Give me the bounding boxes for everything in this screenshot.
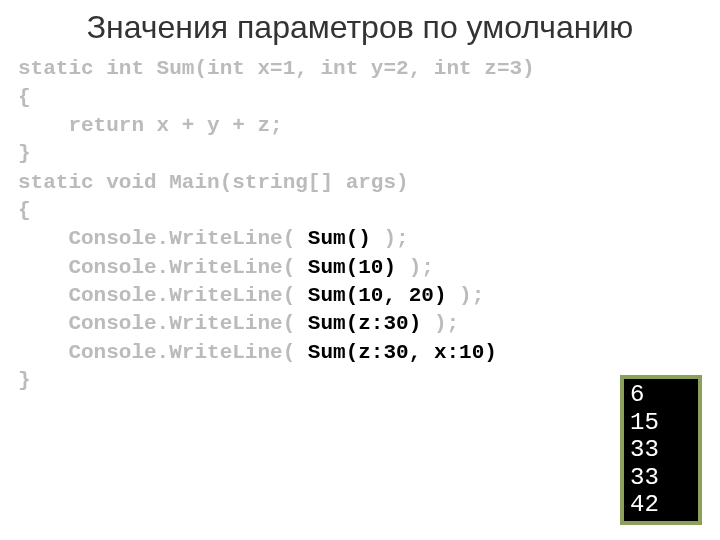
slide-title: Значения параметров по умолчанию (0, 0, 720, 55)
output-value-4: 33 (630, 464, 696, 492)
code-line-10-post: ); (421, 312, 459, 335)
code-line-9-post: ); (446, 284, 484, 307)
output-value-2: 15 (630, 409, 696, 437)
code-line-3: return x + y + z; (18, 114, 283, 137)
code-line-7-post: ); (371, 227, 409, 250)
console-output: 6 15 33 33 42 (620, 375, 702, 525)
output-value-3: 33 (630, 436, 696, 464)
code-line-11-pre: Console.WriteLine( (18, 341, 308, 364)
code-line-12: } (18, 369, 31, 392)
code-line-5: static void Main(string[] args) (18, 171, 409, 194)
code-line-1: static int Sum(int x=1, int y=2, int z=3… (18, 57, 535, 80)
code-line-6: { (18, 199, 31, 222)
code-line-4: } (18, 142, 31, 165)
code-call-3: Sum(10, 20) (308, 284, 447, 307)
output-value-1: 6 (630, 381, 696, 409)
code-line-10-pre: Console.WriteLine( (18, 312, 308, 335)
output-value-5: 42 (630, 491, 696, 519)
code-call-2: Sum(10) (308, 256, 396, 279)
code-call-1: Sum() (308, 227, 371, 250)
code-call-4: Sum(z:30) (308, 312, 421, 335)
code-line-8-post: ); (396, 256, 434, 279)
code-call-5: Sum(z:30, x:10) (308, 341, 497, 364)
code-block: static int Sum(int x=1, int y=2, int z=3… (0, 55, 720, 395)
code-line-8-pre: Console.WriteLine( (18, 256, 308, 279)
code-line-2: { (18, 86, 31, 109)
code-line-7-pre: Console.WriteLine( (18, 227, 308, 250)
code-line-9-pre: Console.WriteLine( (18, 284, 308, 307)
